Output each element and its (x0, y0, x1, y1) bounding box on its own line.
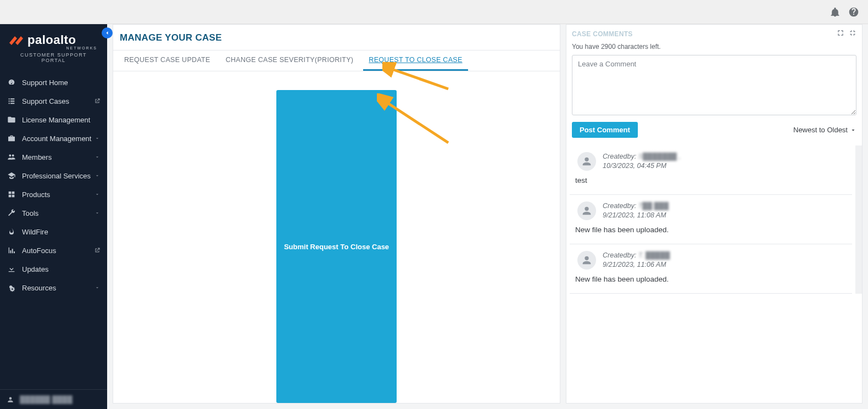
chevron-down-icon (94, 172, 101, 179)
comment-timestamp: 10/3/2023, 04:45 PM (603, 162, 666, 170)
external-link-icon (94, 247, 101, 254)
avatar-icon (577, 152, 596, 171)
sidebar-item-label: Tools (22, 209, 94, 217)
avatar-icon (577, 251, 596, 270)
comment-timestamp: 9/21/2023, 11:08 AM (603, 211, 666, 219)
tab-request-to-close-case[interactable]: REQUEST TO CLOSE CASE (363, 51, 468, 71)
comment-body: New file has been uploaded. (574, 275, 848, 283)
users-icon (7, 152, 16, 162)
created-by-label: Createdby: (603, 202, 636, 210)
sidebar-item-wildfire[interactable]: WildFire (0, 222, 107, 241)
brand-logo: paloalto NETWORKS CUSTOMER SUPPORT PORTA… (0, 24, 107, 68)
sidebar-item-professional-services[interactable]: Professional Services (0, 166, 107, 185)
panel-title: CASE COMMENTS (572, 30, 633, 38)
external-link-icon (94, 98, 101, 104)
gauge-icon (7, 77, 16, 87)
brand-name: paloalto (27, 33, 76, 47)
sidebar-item-label: Professional Services (22, 172, 94, 180)
submit-request-to-close-case-button[interactable]: Submit Request To Close Case (276, 90, 397, 403)
user-icon (7, 396, 14, 404)
sidebar-item-label: Updates (22, 265, 101, 273)
svg-line-0 (389, 68, 448, 89)
sort-label: Newest to Oldest (793, 126, 848, 134)
sidebar-item-members[interactable]: Members (0, 148, 107, 166)
comments-list: Createdby: S███████ , 10/3/2023, 04:45 P… (566, 145, 862, 294)
sidebar-item-label: Support Cases (22, 97, 94, 105)
sidebar-nav: Support Home Support Cases License Manag… (0, 73, 107, 389)
card-title: MANAGE YOUR CASE (113, 25, 560, 51)
sidebar-item-updates[interactable]: Updates (0, 260, 107, 278)
sidebar-item-label: Products (22, 191, 94, 199)
sidebar: paloalto NETWORKS CUSTOMER SUPPORT PORTA… (0, 24, 107, 409)
author-masked: T██ ███ (638, 202, 669, 210)
chevron-down-icon (94, 154, 101, 160)
topbar (0, 0, 868, 24)
author-masked: T. █████ (638, 251, 670, 259)
comment-item: Createdby: S███████ , 10/3/2023, 04:45 P… (570, 145, 852, 195)
created-by-label: Createdby: (603, 251, 636, 259)
comment-textarea[interactable] (572, 55, 856, 115)
help-icon[interactable] (847, 5, 860, 19)
sidebar-item-label: License Management (22, 116, 101, 124)
expand-icon[interactable] (837, 29, 844, 38)
sidebar-item-support-cases[interactable]: Support Cases (0, 92, 107, 110)
bell-icon[interactable] (828, 5, 842, 19)
case-tabs: REQUEST CASE UPDATE CHANGE CASE SEVERITY… (113, 51, 560, 71)
sidebar-item-label: AutoFocus (22, 246, 94, 255)
fire-icon (7, 227, 16, 237)
chevron-down-icon (850, 127, 856, 133)
comment-timestamp: 9/21/2023, 11:06 AM (603, 261, 666, 268)
sidebar-item-autofocus[interactable]: AutoFocus (0, 241, 107, 260)
brand-portal-text: CUSTOMER SUPPORT PORTAL (8, 52, 99, 63)
created-by-label: Createdby: (603, 153, 636, 160)
sidebar-item-account-management[interactable]: Account Management (0, 129, 107, 148)
folder-icon (7, 115, 16, 125)
sidebar-item-label: Account Management (22, 135, 94, 143)
sidebar-item-license-management[interactable]: License Management (0, 110, 107, 129)
gears-icon (7, 283, 16, 293)
grid-icon (7, 189, 16, 199)
case-comments-panel: CASE COMMENTS You have 2900 characters l… (566, 24, 863, 404)
download-icon (7, 264, 16, 274)
user-name-masked: ██████ ████ (20, 395, 73, 404)
chevron-down-icon (94, 210, 101, 216)
briefcase-icon (7, 133, 16, 143)
sidebar-item-products[interactable]: Products (0, 185, 107, 204)
hat-icon (7, 171, 16, 181)
manage-case-card: MANAGE YOUR CASE REQUEST CASE UPDATE CHA… (113, 24, 560, 404)
collapse-sidebar-button[interactable] (102, 27, 113, 38)
sidebar-item-label: Support Home (22, 79, 101, 87)
avatar-icon (577, 201, 596, 220)
post-comment-button[interactable]: Post Comment (572, 122, 638, 138)
comment-body: test (574, 176, 848, 184)
comment-body: New file has been uploaded. (574, 226, 848, 234)
sidebar-item-label: Members (22, 153, 94, 161)
char-counter-text: You have 2900 characters left. (566, 40, 862, 55)
chart-bar-icon (7, 245, 16, 255)
comment-item: Createdby: T. █████ 9/21/2023, 11:06 AM … (570, 244, 852, 294)
sidebar-item-tools[interactable]: Tools (0, 204, 107, 222)
sidebar-item-label: Resources (22, 284, 94, 292)
author-masked: S███████ , (638, 153, 681, 160)
collapse-icon[interactable] (849, 29, 856, 38)
sidebar-item-label: WildFire (22, 228, 101, 236)
tab-change-case-severity[interactable]: CHANGE CASE SEVERITY(PRIORITY) (220, 51, 359, 71)
tab-request-case-update[interactable]: REQUEST CASE UPDATE (119, 51, 216, 71)
list-icon (7, 96, 16, 106)
chevron-down-icon (94, 284, 101, 291)
comment-item: Createdby: T██ ███ 9/21/2023, 11:08 AM N… (570, 195, 852, 244)
tab-body: Submit Request To Close Case (113, 71, 560, 403)
sort-dropdown[interactable]: Newest to Oldest (793, 126, 856, 134)
sidebar-user-row[interactable]: ██████ ████ (0, 389, 107, 409)
paloalto-mark-icon (8, 34, 24, 46)
sidebar-item-support-home[interactable]: Support Home (0, 73, 107, 92)
chevron-down-icon (94, 191, 101, 198)
sidebar-item-resources[interactable]: Resources (0, 278, 107, 297)
chevron-down-icon (94, 135, 101, 142)
wrench-icon (7, 208, 16, 218)
